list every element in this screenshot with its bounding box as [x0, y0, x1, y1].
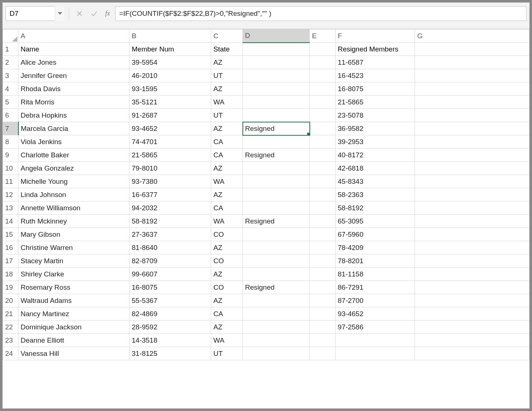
cell-C14[interactable]: WA — [211, 215, 243, 228]
cell-G19[interactable] — [415, 281, 529, 294]
cell-B22[interactable]: 28-9592 — [130, 321, 211, 334]
cell-C9[interactable]: CA — [211, 149, 243, 162]
cell-G21[interactable] — [415, 307, 529, 321]
cell-G14[interactable] — [415, 215, 529, 228]
row-header-10[interactable]: 10 — [3, 162, 18, 175]
cell-G4[interactable] — [415, 82, 529, 96]
cell-G18[interactable] — [415, 268, 529, 281]
cell-C8[interactable]: CA — [211, 135, 243, 149]
cell-E2[interactable] — [310, 56, 336, 69]
cell-G7[interactable] — [415, 122, 529, 135]
fx-label[interactable]: fx — [103, 10, 112, 17]
row-header-13[interactable]: 13 — [3, 201, 18, 215]
cell-E10[interactable] — [310, 162, 336, 175]
cell-E21[interactable] — [310, 307, 336, 321]
name-box-dropdown[interactable] — [55, 6, 64, 21]
cell-B13[interactable]: 94-2032 — [130, 201, 211, 215]
cancel-button[interactable] — [74, 8, 85, 19]
row-header-17[interactable]: 17 — [3, 254, 18, 268]
cell-E20[interactable] — [310, 294, 336, 307]
cell-F2[interactable]: 11-6587 — [336, 56, 415, 69]
cell-C19[interactable]: CO — [211, 281, 243, 294]
cell-F13[interactable]: 58-8192 — [336, 201, 415, 215]
cell-D24[interactable] — [243, 347, 310, 360]
cell-C11[interactable]: WA — [211, 175, 243, 188]
cell-E6[interactable] — [310, 109, 336, 122]
cell-C21[interactable]: CA — [211, 307, 243, 321]
cell-D13[interactable] — [243, 201, 310, 215]
cell-A22[interactable]: Dominique Jackson — [18, 321, 130, 334]
cell-G10[interactable] — [415, 162, 529, 175]
cell-E3[interactable] — [310, 69, 336, 82]
cell-F22[interactable]: 97-2586 — [336, 321, 415, 334]
cell-D18[interactable] — [243, 268, 310, 281]
cell-E4[interactable] — [310, 82, 336, 96]
cell-C4[interactable]: AZ — [211, 82, 243, 96]
cell-A16[interactable]: Christine Warren — [18, 241, 130, 254]
row-header-16[interactable]: 16 — [3, 241, 18, 254]
cell-E7[interactable] — [310, 122, 336, 135]
cell-D5[interactable] — [243, 96, 310, 109]
col-header-G[interactable]: G — [415, 29, 529, 43]
col-header-D[interactable]: D — [243, 29, 310, 43]
cell-D7[interactable]: Resigned — [243, 122, 310, 135]
cell-E19[interactable] — [310, 281, 336, 294]
cell-C5[interactable]: WA — [211, 96, 243, 109]
cell-C6[interactable]: UT — [211, 109, 243, 122]
cell-G3[interactable] — [415, 69, 529, 82]
row-header-18[interactable]: 18 — [3, 268, 18, 281]
cell-G24[interactable] — [415, 347, 529, 360]
cell-D22[interactable] — [243, 321, 310, 334]
cell-A21[interactable]: Nancy Martinez — [18, 307, 130, 321]
cell-F21[interactable]: 93-4652 — [336, 307, 415, 321]
cell-G12[interactable] — [415, 188, 529, 201]
cell-G2[interactable] — [415, 56, 529, 69]
cell-B6[interactable]: 91-2687 — [130, 109, 211, 122]
cell-A4[interactable]: Rhoda Davis — [18, 82, 130, 96]
cell-C22[interactable]: AZ — [211, 321, 243, 334]
cell-G9[interactable] — [415, 149, 529, 162]
cell-B7[interactable]: 93-4652 — [130, 122, 211, 135]
cell-A20[interactable]: Waltraud Adams — [18, 294, 130, 307]
cell-F8[interactable]: 39-2953 — [336, 135, 415, 149]
row-header-8[interactable]: 8 — [3, 135, 18, 149]
cell-E17[interactable] — [310, 254, 336, 268]
cell-E13[interactable] — [310, 201, 336, 215]
row-header-4[interactable]: 4 — [3, 82, 18, 96]
cell-E14[interactable] — [310, 215, 336, 228]
cell-C2[interactable]: AZ — [211, 56, 243, 69]
col-header-F[interactable]: F — [336, 29, 415, 43]
cell-D6[interactable] — [243, 109, 310, 122]
cell-G5[interactable] — [415, 96, 529, 109]
row-header-2[interactable]: 2 — [3, 56, 18, 69]
cell-A2[interactable]: Alice Jones — [18, 56, 130, 69]
cell-C24[interactable]: UT — [211, 347, 243, 360]
cell-A13[interactable]: Annette Williamson — [18, 201, 130, 215]
cell-F15[interactable]: 67-5960 — [336, 228, 415, 241]
col-header-C[interactable]: C — [211, 29, 243, 43]
cell-D17[interactable] — [243, 254, 310, 268]
cell-D3[interactable] — [243, 69, 310, 82]
cell-B3[interactable]: 46-2010 — [130, 69, 211, 82]
select-all-corner[interactable] — [3, 29, 18, 43]
cell-F12[interactable]: 58-2363 — [336, 188, 415, 201]
row-header-20[interactable]: 20 — [3, 294, 18, 307]
cell-B16[interactable]: 81-8640 — [130, 241, 211, 254]
cell-D20[interactable] — [243, 294, 310, 307]
cell-C13[interactable]: CA — [211, 201, 243, 215]
cell-A5[interactable]: Rita Morris — [18, 96, 130, 109]
row-header-15[interactable]: 15 — [3, 228, 18, 241]
cell-B12[interactable]: 16-6377 — [130, 188, 211, 201]
cell-B20[interactable]: 55-5367 — [130, 294, 211, 307]
cell-D10[interactable] — [243, 162, 310, 175]
cell-A14[interactable]: Ruth Mckinney — [18, 215, 130, 228]
cell-A12[interactable]: Linda Johnson — [18, 188, 130, 201]
cell-B17[interactable]: 82-8709 — [130, 254, 211, 268]
cell-A19[interactable]: Rosemary Ross — [18, 281, 130, 294]
cell-A6[interactable]: Debra Hopkins — [18, 109, 130, 122]
cell-A10[interactable]: Angela Gonzalez — [18, 162, 130, 175]
cell-A1[interactable]: Name — [18, 43, 130, 56]
cell-B9[interactable]: 21-5865 — [130, 149, 211, 162]
row-header-11[interactable]: 11 — [3, 175, 18, 188]
cell-A9[interactable]: Charlotte Baker — [18, 149, 130, 162]
